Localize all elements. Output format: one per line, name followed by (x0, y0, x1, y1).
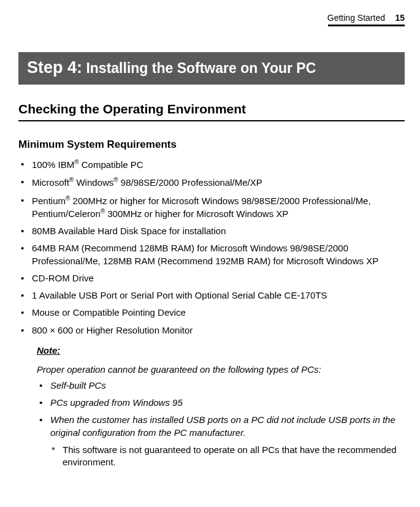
list-item: 100% IBM® Compatible PC (18, 158, 405, 171)
list-item: 800 × 600 or Higher Resolution Monitor (18, 324, 405, 337)
list-item: Microsoft® Windows® 98/98SE/2000 Profess… (18, 176, 405, 189)
page-number: 15 (395, 13, 405, 23)
subsection-title: Minimum System Requirements (18, 139, 405, 151)
note-list: Self-built PCs PCs upgraded from Windows… (37, 379, 405, 439)
header-section-label: Getting Started (327, 13, 385, 23)
list-item: Self-built PCs (37, 379, 405, 392)
note-label: Note: (37, 345, 405, 356)
note-block: Note: Proper operation cannot be guarant… (37, 345, 405, 469)
step-title: Installing the Software on Your PC (82, 60, 316, 76)
list-item: 64MB RAM (Recommend 128MB RAM) for Micro… (18, 242, 405, 267)
section-title: Checking the Operating Environment (18, 102, 405, 116)
list-item: CD-ROM Drive (18, 272, 405, 284)
list-item: Mouse or Compatible Pointing Device (18, 307, 405, 319)
list-item: When the customer has installed USB port… (37, 414, 405, 439)
asterisk-note: This software is not guaranteed to opera… (50, 444, 405, 469)
section-underline (18, 120, 405, 121)
page-header: Getting Started 15 (327, 12, 405, 26)
step-banner: Step 4: Installing the Software on Your … (18, 52, 405, 85)
requirements-list: 100% IBM® Compatible PC Microsoft® Windo… (18, 158, 405, 337)
list-item: Pentium® 200MHz or higher for Microsoft … (18, 194, 405, 221)
step-prefix: Step 4: (27, 58, 82, 77)
list-item: 80MB Available Hard Disk Space for insta… (18, 225, 405, 237)
list-item: 1 Available USB Port or Serial Port with… (18, 289, 405, 302)
header-underline (328, 25, 405, 26)
note-intro: Proper operation cannot be guaranteed on… (37, 364, 405, 375)
list-item: PCs upgraded from Windows 95 (37, 397, 405, 409)
